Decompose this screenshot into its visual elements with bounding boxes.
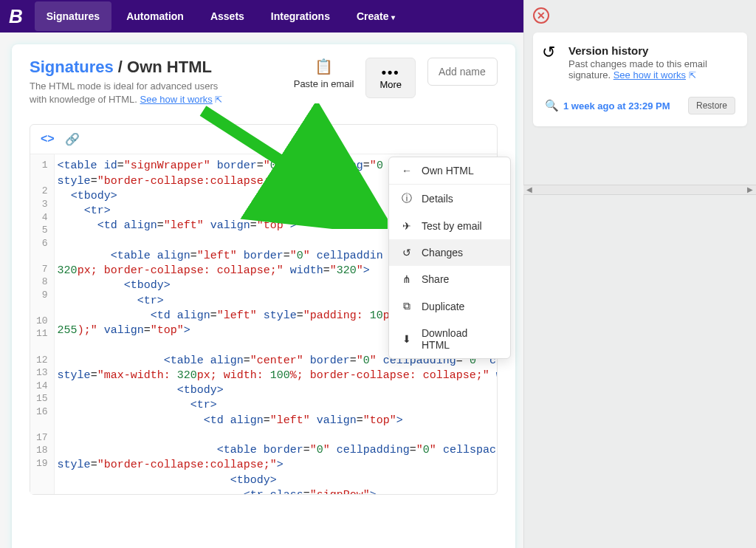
- link-tab-icon[interactable]: 🔗: [65, 132, 80, 146]
- menu-icon: ↺: [401, 247, 413, 258]
- menu-icon: ←: [401, 165, 413, 177]
- breadcrumb: Signatures / Own HTML: [30, 58, 236, 77]
- menu-share[interactable]: ⋔Share: [389, 266, 510, 292]
- external-link-icon: ⇱: [689, 70, 696, 81]
- version-timestamp[interactable]: 1 week ago at 23:29 PM: [563, 100, 670, 112]
- menu-icon: ⧉: [401, 300, 413, 312]
- external-link-icon: ⇱: [215, 95, 222, 105]
- more-button[interactable]: ••• More: [365, 58, 416, 98]
- version-history-panel: ✕ ↺ Version history Past changes made to…: [523, 0, 756, 548]
- code-tab-icon[interactable]: <>: [41, 132, 55, 146]
- close-panel-button[interactable]: ✕: [533, 7, 549, 24]
- more-dropdown: ←Own HTMLⓘDetails✈Test by email↺Changes⋔…: [388, 157, 511, 359]
- dots-icon: •••: [379, 66, 402, 79]
- version-history-card: ↺ Version history Past changes made to t…: [533, 32, 747, 126]
- editor-toolbar: <> 🔗: [30, 125, 497, 154]
- nav-integrations[interactable]: Integrations: [259, 1, 342, 31]
- nav-create[interactable]: Create▾: [345, 1, 407, 31]
- menu-download-html[interactable]: ⬇Download HTML: [389, 320, 510, 358]
- menu-icon: ⋔: [401, 273, 413, 285]
- line-gutter: 1 23456 789 1011 1213141516 171819: [30, 154, 55, 494]
- version-entry: 🔍 1 week ago at 23:29 PM Restore: [545, 97, 735, 114]
- nav-signatures[interactable]: Signatures: [35, 1, 111, 31]
- menu-icon: ⬇: [401, 333, 413, 345]
- nav-assets[interactable]: Assets: [199, 1, 256, 31]
- clipboard-icon: 📋: [294, 58, 354, 75]
- brand-logo: B: [9, 5, 23, 28]
- page-title: Own HTML: [127, 58, 212, 76]
- history-icon: ↺: [542, 43, 555, 62]
- menu-duplicate[interactable]: ⧉Duplicate: [389, 292, 510, 320]
- nav-automation[interactable]: Automation: [114, 1, 196, 31]
- menu-details[interactable]: ⓘDetails: [389, 184, 510, 213]
- vh-description: Past changes made to this email signatur…: [568, 58, 735, 81]
- page-subtitle: The HTML mode is ideal for advanced user…: [30, 80, 236, 106]
- editor-card: Signatures / Own HTML The HTML mode is i…: [12, 44, 515, 548]
- vh-title: Version history: [568, 44, 735, 57]
- breadcrumb-root[interactable]: Signatures: [30, 58, 114, 76]
- menu-own-html[interactable]: ←Own HTML: [389, 157, 510, 184]
- scroll-right-icon: ▶: [747, 185, 753, 194]
- menu-changes[interactable]: ↺Changes: [389, 239, 510, 266]
- zoom-icon: 🔍: [545, 99, 559, 112]
- signature-name-input[interactable]: [427, 58, 498, 86]
- paste-action[interactable]: 📋 Paste in email: [294, 58, 354, 89]
- restore-button[interactable]: Restore: [688, 97, 735, 114]
- menu-icon: ⓘ: [401, 192, 413, 205]
- menu-icon: ✈: [401, 220, 413, 232]
- panel-scrollbar[interactable]: ◀ ▶: [523, 185, 756, 195]
- scroll-left-icon: ◀: [526, 185, 532, 194]
- see-how-link[interactable]: See how it works: [140, 94, 213, 105]
- menu-test-by-email[interactable]: ✈Test by email: [389, 213, 510, 239]
- vh-help-link[interactable]: See how it works: [614, 69, 686, 81]
